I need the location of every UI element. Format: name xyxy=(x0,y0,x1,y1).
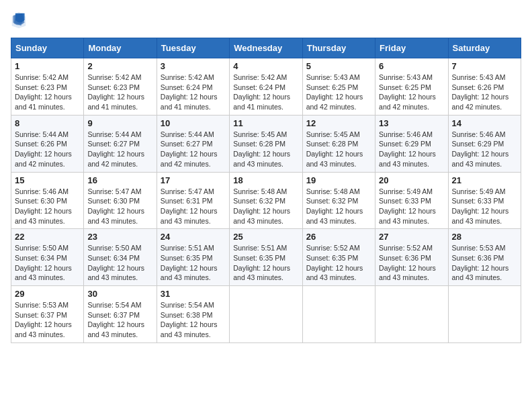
day-info: Sunrise: 5:54 AMSunset: 6:37 PMDaylight:… xyxy=(87,300,152,340)
calendar-cell: 1Sunrise: 5:42 AMSunset: 6:23 PMDaylight… xyxy=(11,58,84,116)
day-number: 25 xyxy=(233,232,298,242)
day-number: 10 xyxy=(161,118,226,128)
day-info: Sunrise: 5:48 AMSunset: 6:32 PMDaylight:… xyxy=(306,187,371,226)
calendar-cell: 29Sunrise: 5:53 AMSunset: 6:37 PMDayligh… xyxy=(11,286,84,343)
calendar-cell: 21Sunrise: 5:49 AMSunset: 6:33 PMDayligh… xyxy=(448,172,521,229)
calendar-week-3: 15Sunrise: 5:46 AMSunset: 6:30 PMDayligh… xyxy=(11,172,521,229)
day-info: Sunrise: 5:44 AMSunset: 6:27 PMDaylight:… xyxy=(161,130,226,169)
day-number: 19 xyxy=(306,175,371,185)
dow-header-sunday: Sunday xyxy=(11,38,84,58)
calendar-cell: 26Sunrise: 5:52 AMSunset: 6:35 PMDayligh… xyxy=(302,229,375,286)
calendar-cell xyxy=(302,286,375,343)
calendar-cell: 3Sunrise: 5:42 AMSunset: 6:24 PMDaylight… xyxy=(157,58,229,116)
calendar-cell: 12Sunrise: 5:45 AMSunset: 6:28 PMDayligh… xyxy=(302,115,375,172)
day-number: 3 xyxy=(161,61,226,71)
day-number: 14 xyxy=(452,118,517,128)
calendar-cell: 25Sunrise: 5:51 AMSunset: 6:35 PMDayligh… xyxy=(230,229,302,286)
dow-header-monday: Monday xyxy=(84,38,157,58)
day-number: 6 xyxy=(379,61,444,71)
day-info: Sunrise: 5:52 AMSunset: 6:35 PMDaylight:… xyxy=(306,243,371,283)
day-info: Sunrise: 5:48 AMSunset: 6:32 PMDaylight:… xyxy=(233,187,298,226)
calendar-cell: 7Sunrise: 5:43 AMSunset: 6:26 PMDaylight… xyxy=(448,58,521,116)
calendar-week-1: 1Sunrise: 5:42 AMSunset: 6:23 PMDaylight… xyxy=(11,58,521,116)
day-number: 24 xyxy=(161,232,226,242)
calendar-table: SundayMondayTuesdayWednesdayThursdayFrid… xyxy=(11,38,521,343)
day-number: 11 xyxy=(233,118,298,128)
day-number: 4 xyxy=(233,61,298,71)
logo xyxy=(11,11,30,30)
day-number: 30 xyxy=(87,289,152,299)
calendar-cell: 6Sunrise: 5:43 AMSunset: 6:25 PMDaylight… xyxy=(375,58,448,116)
day-info: Sunrise: 5:42 AMSunset: 6:24 PMDaylight:… xyxy=(233,73,298,112)
day-number: 20 xyxy=(379,175,444,185)
day-number: 17 xyxy=(161,175,226,185)
day-info: Sunrise: 5:44 AMSunset: 6:27 PMDaylight:… xyxy=(87,130,152,169)
day-info: Sunrise: 5:42 AMSunset: 6:23 PMDaylight:… xyxy=(15,73,80,112)
calendar-week-4: 22Sunrise: 5:50 AMSunset: 6:34 PMDayligh… xyxy=(11,229,521,286)
day-number: 9 xyxy=(87,118,152,128)
calendar-cell xyxy=(375,286,448,343)
day-number: 5 xyxy=(306,61,371,71)
day-info: Sunrise: 5:46 AMSunset: 6:29 PMDaylight:… xyxy=(379,130,444,169)
day-info: Sunrise: 5:47 AMSunset: 6:30 PMDaylight:… xyxy=(87,187,152,226)
calendar-cell: 2Sunrise: 5:42 AMSunset: 6:23 PMDaylight… xyxy=(84,58,157,116)
dow-header-friday: Friday xyxy=(375,38,448,58)
days-of-week-row: SundayMondayTuesdayWednesdayThursdayFrid… xyxy=(11,38,521,58)
day-info: Sunrise: 5:53 AMSunset: 6:36 PMDaylight:… xyxy=(452,243,517,283)
day-info: Sunrise: 5:46 AMSunset: 6:30 PMDaylight:… xyxy=(15,187,80,226)
calendar-cell: 24Sunrise: 5:51 AMSunset: 6:35 PMDayligh… xyxy=(157,229,229,286)
dow-header-tuesday: Tuesday xyxy=(157,38,229,58)
day-info: Sunrise: 5:44 AMSunset: 6:26 PMDaylight:… xyxy=(15,130,80,169)
calendar-cell: 8Sunrise: 5:44 AMSunset: 6:26 PMDaylight… xyxy=(11,115,84,172)
calendar-body: 1Sunrise: 5:42 AMSunset: 6:23 PMDaylight… xyxy=(11,58,521,343)
calendar-cell: 17Sunrise: 5:47 AMSunset: 6:31 PMDayligh… xyxy=(157,172,229,229)
calendar-cell: 27Sunrise: 5:52 AMSunset: 6:36 PMDayligh… xyxy=(375,229,448,286)
dow-header-saturday: Saturday xyxy=(448,38,521,58)
day-info: Sunrise: 5:54 AMSunset: 6:38 PMDaylight:… xyxy=(161,300,226,340)
calendar-cell xyxy=(230,286,302,343)
calendar-week-2: 8Sunrise: 5:44 AMSunset: 6:26 PMDaylight… xyxy=(11,115,521,172)
day-number: 28 xyxy=(452,232,517,242)
calendar-cell: 16Sunrise: 5:47 AMSunset: 6:30 PMDayligh… xyxy=(84,172,157,229)
day-number: 21 xyxy=(452,175,517,185)
day-info: Sunrise: 5:43 AMSunset: 6:25 PMDaylight:… xyxy=(306,73,371,112)
day-number: 22 xyxy=(15,232,80,242)
page-header xyxy=(11,11,521,30)
calendar-cell: 18Sunrise: 5:48 AMSunset: 6:32 PMDayligh… xyxy=(230,172,302,229)
calendar-cell xyxy=(448,286,521,343)
day-number: 26 xyxy=(306,232,371,242)
day-number: 29 xyxy=(15,289,80,299)
calendar-cell: 11Sunrise: 5:45 AMSunset: 6:28 PMDayligh… xyxy=(230,115,302,172)
day-info: Sunrise: 5:50 AMSunset: 6:34 PMDaylight:… xyxy=(15,243,80,283)
logo-icon xyxy=(11,11,27,30)
calendar-cell: 19Sunrise: 5:48 AMSunset: 6:32 PMDayligh… xyxy=(302,172,375,229)
day-number: 12 xyxy=(306,118,371,128)
day-info: Sunrise: 5:52 AMSunset: 6:36 PMDaylight:… xyxy=(379,243,444,283)
day-info: Sunrise: 5:49 AMSunset: 6:33 PMDaylight:… xyxy=(452,187,517,226)
day-info: Sunrise: 5:47 AMSunset: 6:31 PMDaylight:… xyxy=(161,187,226,226)
day-number: 16 xyxy=(87,175,152,185)
day-info: Sunrise: 5:51 AMSunset: 6:35 PMDaylight:… xyxy=(233,243,298,283)
day-info: Sunrise: 5:42 AMSunset: 6:23 PMDaylight:… xyxy=(87,73,152,112)
calendar-cell: 30Sunrise: 5:54 AMSunset: 6:37 PMDayligh… xyxy=(84,286,157,343)
calendar-cell: 28Sunrise: 5:53 AMSunset: 6:36 PMDayligh… xyxy=(448,229,521,286)
day-number: 13 xyxy=(379,118,444,128)
day-info: Sunrise: 5:51 AMSunset: 6:35 PMDaylight:… xyxy=(161,243,226,283)
day-number: 31 xyxy=(161,289,226,299)
calendar-week-5: 29Sunrise: 5:53 AMSunset: 6:37 PMDayligh… xyxy=(11,286,521,343)
calendar-cell: 9Sunrise: 5:44 AMSunset: 6:27 PMDaylight… xyxy=(84,115,157,172)
day-info: Sunrise: 5:45 AMSunset: 6:28 PMDaylight:… xyxy=(233,130,298,169)
day-number: 1 xyxy=(15,61,80,71)
day-number: 27 xyxy=(379,232,444,242)
day-number: 2 xyxy=(87,61,152,71)
day-info: Sunrise: 5:49 AMSunset: 6:33 PMDaylight:… xyxy=(379,187,444,226)
day-number: 23 xyxy=(87,232,152,242)
calendar-cell: 20Sunrise: 5:49 AMSunset: 6:33 PMDayligh… xyxy=(375,172,448,229)
day-info: Sunrise: 5:46 AMSunset: 6:29 PMDaylight:… xyxy=(452,130,517,169)
day-info: Sunrise: 5:53 AMSunset: 6:37 PMDaylight:… xyxy=(15,300,80,340)
day-info: Sunrise: 5:42 AMSunset: 6:24 PMDaylight:… xyxy=(161,73,226,112)
day-number: 15 xyxy=(15,175,80,185)
day-number: 8 xyxy=(15,118,80,128)
calendar-cell: 23Sunrise: 5:50 AMSunset: 6:34 PMDayligh… xyxy=(84,229,157,286)
day-info: Sunrise: 5:43 AMSunset: 6:26 PMDaylight:… xyxy=(452,73,517,112)
